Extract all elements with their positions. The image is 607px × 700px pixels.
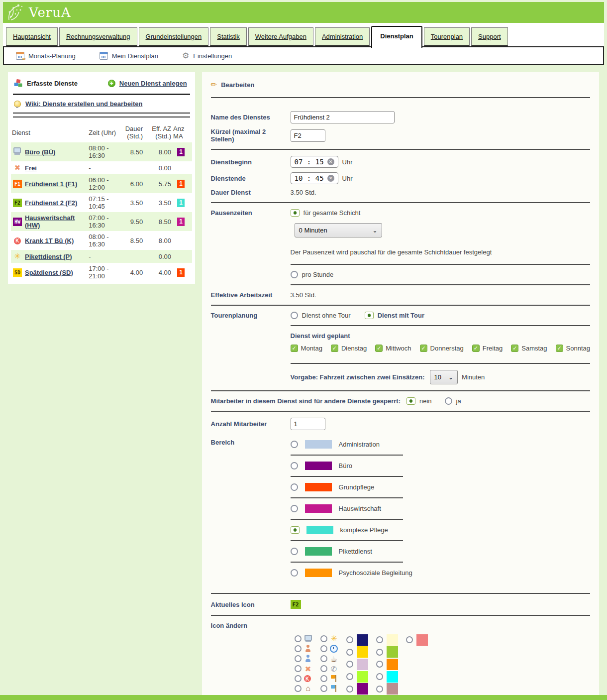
- weekday-checkbox-mittwoch[interactable]: ✓Mittwoch: [375, 345, 411, 352]
- subnav-monats-planung[interactable]: ✏Monats-Planung: [16, 52, 76, 60]
- icon-option-radio[interactable]: [295, 685, 302, 692]
- color-swatch[interactable]: [387, 634, 398, 646]
- color-option[interactable]: [376, 671, 398, 683]
- icon-option-x-cross[interactable]: ✖: [295, 664, 312, 674]
- radio-selected[interactable]: [291, 209, 300, 217]
- bereich-option-pikettdienst[interactable]: Pikettdienst: [291, 541, 590, 562]
- color-swatch[interactable]: [357, 683, 368, 695]
- name-input[interactable]: [291, 111, 395, 123]
- color-option-radio[interactable]: [376, 649, 383, 656]
- color-swatch[interactable]: [387, 671, 398, 683]
- bereich-option-hauswirtschaft[interactable]: Hauswirtschaft: [291, 498, 590, 519]
- icon-option-flag-blue[interactable]: [320, 684, 338, 694]
- new-service-link[interactable]: Neuen Dienst anlegen: [119, 80, 187, 87]
- service-link[interactable]: Spätdienst (SD): [25, 269, 73, 276]
- color-option[interactable]: [376, 634, 398, 646]
- bereich-option-psychosoziale-begleitung[interactable]: Psychosoziale Begleitung: [291, 563, 590, 583]
- checkbox-checked-icon[interactable]: ✓: [291, 345, 298, 352]
- icon-option-k-circle[interactable]: K: [295, 674, 312, 684]
- checkbox-checked-icon[interactable]: ✓: [511, 345, 518, 352]
- tour-mit-radio[interactable]: Dienst mit Tour: [365, 312, 424, 319]
- tour-ohne-radio[interactable]: Dienst ohne Tour: [291, 312, 351, 319]
- icon-option-computer[interactable]: [295, 634, 312, 644]
- radio-selected[interactable]: [406, 397, 415, 405]
- service-link[interactable]: Frei: [25, 164, 37, 172]
- wiki-link[interactable]: Wiki: Dienste erstellen und bearbeiten: [25, 100, 142, 108]
- icon-option-person-blue[interactable]: [295, 654, 312, 664]
- icon-option-radio[interactable]: [320, 645, 327, 652]
- color-option[interactable]: [346, 646, 368, 659]
- icon-option-radio[interactable]: [320, 675, 327, 682]
- color-swatch[interactable]: [387, 646, 398, 658]
- bereich-radio[interactable]: [291, 441, 298, 448]
- color-option-radio[interactable]: [346, 661, 353, 668]
- color-option-radio[interactable]: [376, 686, 383, 693]
- bereich-radio[interactable]: [291, 462, 298, 469]
- clear-time-icon[interactable]: ✕: [327, 175, 334, 182]
- icon-option-radio[interactable]: [320, 665, 327, 672]
- icon-option-house[interactable]: ⌂: [295, 684, 312, 694]
- bereich-radio[interactable]: [291, 569, 298, 577]
- color-swatch[interactable]: [357, 659, 368, 670]
- gesperrt-ja-radio[interactable]: ja: [445, 397, 461, 405]
- radio-unselected[interactable]: [291, 271, 298, 278]
- weekday-checkbox-samstag[interactable]: ✓Samstag: [511, 345, 547, 352]
- icon-option-phone[interactable]: ✆: [320, 664, 338, 674]
- tab-rechnungsverwaltung[interactable]: Rechnungsverwaltung: [59, 27, 137, 46]
- color-swatch[interactable]: [387, 659, 398, 670]
- color-option[interactable]: [376, 683, 398, 695]
- subnav-mein-dienstplan[interactable]: Mein Dienstplan: [100, 52, 158, 60]
- color-option-radio[interactable]: [406, 636, 413, 643]
- dienstbeginn-input[interactable]: 07 : 15 ✕: [291, 156, 338, 168]
- icon-option-radio[interactable]: [320, 635, 327, 642]
- icon-option-radio[interactable]: [295, 635, 302, 642]
- color-option-radio[interactable]: [346, 636, 353, 643]
- service-link[interactable]: Büro (BÜ): [25, 148, 55, 156]
- tab-weitere-aufgaben[interactable]: Weitere Aufgaben: [248, 27, 313, 46]
- color-option[interactable]: [346, 658, 368, 671]
- icon-option-person-orange[interactable]: [295, 644, 312, 654]
- pause-stunde-radio[interactable]: pro Stunde: [291, 271, 334, 278]
- service-link[interactable]: Pikettdienst (P): [25, 253, 72, 260]
- bereich-radio[interactable]: [291, 505, 298, 512]
- weekday-checkbox-donnerstag[interactable]: ✓Donnerstag: [420, 345, 464, 352]
- color-swatch[interactable]: [387, 683, 398, 695]
- icon-option-radio[interactable]: [295, 675, 302, 682]
- checkbox-checked-icon[interactable]: ✓: [420, 345, 427, 352]
- weekday-checkbox-sonntag[interactable]: ✓Sonntag: [556, 345, 590, 352]
- tab-hauptansicht[interactable]: Hauptansicht: [6, 27, 58, 46]
- icon-option-flag-orange[interactable]: [320, 674, 338, 684]
- color-option-radio[interactable]: [376, 661, 383, 668]
- tab-grundeinstellungen[interactable]: Grundeinstellungen: [139, 27, 209, 46]
- clear-time-icon[interactable]: ✕: [327, 158, 334, 165]
- service-link[interactable]: Frühdienst 2 (F2): [25, 199, 77, 207]
- icon-option-radio[interactable]: [295, 645, 302, 652]
- icon-option-coffee[interactable]: ☕: [320, 654, 338, 664]
- checkbox-checked-icon[interactable]: ✓: [375, 345, 383, 352]
- bereich-radio[interactable]: [291, 526, 300, 534]
- service-link[interactable]: Frühdienst 1 (F1): [25, 180, 77, 188]
- gesperrt-nein-radio[interactable]: nein: [406, 397, 432, 405]
- service-link[interactable]: Krank 1T Bü (K): [25, 237, 74, 244]
- checkbox-checked-icon[interactable]: ✓: [472, 345, 480, 352]
- bereich-option-administration[interactable]: Administration: [291, 434, 590, 455]
- color-option[interactable]: [346, 683, 368, 695]
- checkbox-checked-icon[interactable]: ✓: [331, 345, 338, 352]
- bereich-option-b-ro[interactable]: Büro: [291, 456, 590, 476]
- tab-statistik[interactable]: Statistik: [210, 27, 247, 46]
- color-swatch[interactable]: [357, 671, 368, 683]
- subnav-einstellungen[interactable]: ⚙Einstellungen: [182, 52, 232, 60]
- bereich-radio[interactable]: [291, 483, 298, 491]
- color-option-radio[interactable]: [376, 673, 383, 680]
- weekday-checkbox-montag[interactable]: ✓Montag: [291, 345, 322, 352]
- kuerzel-input[interactable]: [291, 129, 325, 142]
- icon-option-asterisk[interactable]: ✳: [320, 634, 338, 644]
- color-option-radio[interactable]: [346, 673, 353, 680]
- weekday-checkbox-freitag[interactable]: ✓Freitag: [472, 345, 503, 352]
- tab-support[interactable]: Support: [471, 27, 508, 46]
- pause-minutes-select[interactable]: 0 Minuten⌄: [295, 223, 382, 237]
- checkbox-checked-icon[interactable]: ✓: [556, 345, 563, 352]
- tab-administration[interactable]: Administration: [315, 27, 370, 46]
- fahrzeit-select[interactable]: 10⌄: [430, 370, 458, 384]
- icon-option-radio[interactable]: [320, 685, 327, 692]
